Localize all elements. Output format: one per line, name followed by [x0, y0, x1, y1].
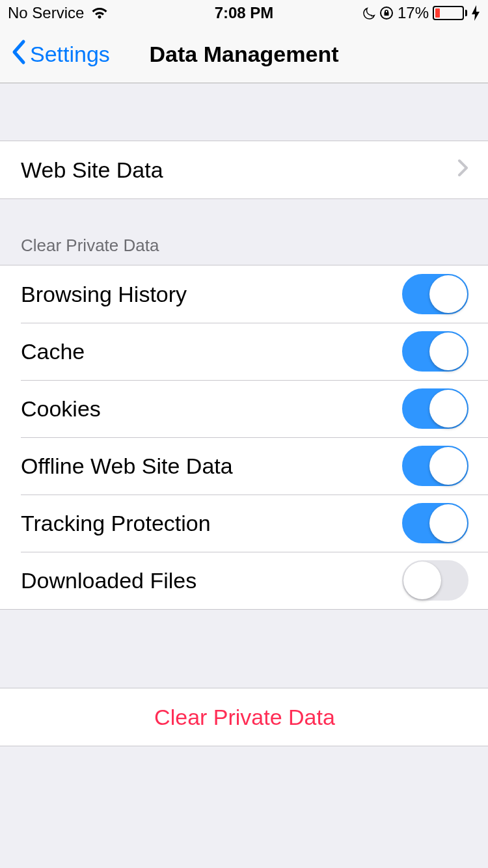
toggle-tracking-protection[interactable] [402, 503, 468, 543]
toggle-cookies[interactable] [402, 388, 468, 429]
row-web-site-data[interactable]: Web Site Data [0, 141, 488, 198]
wifi-icon [90, 6, 109, 20]
status-bar: No Service 7:08 PM 17% [0, 0, 488, 26]
toggle-cache[interactable] [402, 331, 468, 372]
carrier-text: No Service [8, 4, 84, 22]
row-tracking-protection: Tracking Protection [0, 495, 488, 552]
row-offline-web-site-data: Offline Web Site Data [0, 437, 488, 495]
group-web-site-data: Web Site Data [0, 141, 488, 199]
page-title: Data Management [150, 42, 339, 67]
row-label: Cache [21, 339, 85, 364]
section-spacer [0, 83, 488, 141]
back-button[interactable]: Settings [10, 39, 110, 70]
group-clear-toggles: Browsing History Cache Cookies Offline W… [0, 265, 488, 610]
status-right: 17% [362, 4, 480, 22]
row-label: Web Site Data [21, 157, 163, 183]
toggle-browsing-history[interactable] [402, 274, 468, 314]
row-cache: Cache [0, 323, 488, 380]
back-button-label: Settings [30, 42, 110, 67]
row-label: Cookies [21, 396, 101, 422]
chevron-left-icon [10, 39, 26, 70]
row-cookies: Cookies [0, 380, 488, 437]
row-label: Browsing History [21, 282, 187, 307]
navigation-bar: Settings Data Management [0, 26, 488, 83]
row-label: Tracking Protection [21, 511, 211, 536]
toggle-offline-web-site-data[interactable] [402, 446, 468, 486]
chevron-right-icon [457, 157, 468, 183]
row-downloaded-files: Downloaded Files [0, 552, 488, 609]
toggle-downloaded-files[interactable] [402, 560, 468, 601]
section-spacer [0, 610, 488, 688]
clear-private-data-label: Clear Private Data [154, 705, 335, 730]
section-header-clear-private-data: Clear Private Data [0, 199, 488, 265]
row-browsing-history: Browsing History [0, 265, 488, 323]
battery-icon [433, 6, 467, 20]
row-label: Downloaded Files [21, 568, 197, 593]
status-left: No Service [8, 4, 109, 22]
orientation-lock-icon [379, 6, 394, 20]
battery-percent-text: 17% [398, 4, 429, 22]
group-clear-action: Clear Private Data [0, 688, 488, 746]
moon-icon [362, 7, 375, 20]
row-label: Offline Web Site Data [21, 454, 233, 479]
clear-private-data-button[interactable]: Clear Private Data [0, 688, 488, 746]
charging-bolt-icon [471, 5, 480, 21]
status-time: 7:08 PM [215, 4, 274, 22]
